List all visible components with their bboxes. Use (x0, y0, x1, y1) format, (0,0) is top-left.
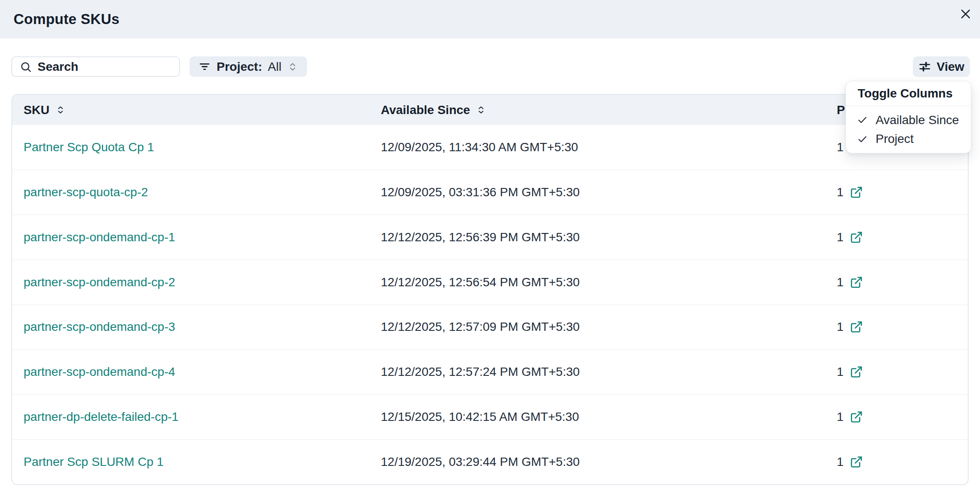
sku-link[interactable]: partner-scp-ondemand-cp-3 (24, 320, 175, 333)
table-row: partner-scp-quota-cp-2 12/09/2025, 03:31… (12, 170, 968, 215)
available-since-cell: 12/09/2025, 03:31:36 PM GMT+5:30 (381, 185, 837, 199)
chevron-up-down-icon (287, 61, 298, 73)
sku-cell: partner-scp-ondemand-cp-1 (12, 230, 381, 244)
sku-link[interactable]: partner-scp-ondemand-cp-1 (24, 230, 175, 244)
sku-cell: partner-dp-delete-failed-cp-1 (12, 410, 381, 424)
title-bar: Compute SKUs (0, 0, 980, 38)
page-title: Compute SKUs (14, 11, 120, 28)
external-link-icon[interactable] (850, 320, 863, 333)
table-row: partner-scp-ondemand-cp-2 12/12/2025, 12… (12, 260, 968, 305)
sku-cell: partner-scp-ondemand-cp-4 (12, 365, 381, 379)
view-button-label: View (937, 60, 964, 74)
external-link-icon[interactable] (850, 231, 863, 244)
project-count: 1 (837, 230, 844, 244)
project-cell: 1 (837, 275, 968, 289)
sku-cell: Partner Scp SLURM Cp 1 (12, 455, 381, 469)
filter-value: All (268, 60, 281, 74)
check-icon (857, 134, 868, 145)
table-row: partner-dp-delete-failed-cp-1 12/15/2025… (12, 394, 968, 439)
project-filter-button[interactable]: Project: All (190, 56, 307, 77)
column-header-label: SKU (24, 103, 49, 117)
table-row: partner-scp-ondemand-cp-3 12/12/2025, 12… (12, 305, 968, 350)
sku-table: SKU Available Since Project Partner Scp … (11, 94, 969, 485)
external-link-icon[interactable] (850, 186, 863, 199)
project-count: 1 (837, 365, 844, 379)
table-row: partner-scp-ondemand-cp-1 12/12/2025, 12… (12, 215, 968, 260)
external-link-icon[interactable] (850, 455, 863, 469)
menu-item-project[interactable]: Project (846, 132, 971, 146)
search-icon (20, 61, 32, 73)
sliders-icon (918, 60, 931, 73)
sku-link[interactable]: partner-scp-ondemand-cp-2 (24, 275, 175, 289)
project-count: 1 (837, 320, 844, 334)
check-icon (857, 115, 868, 125)
project-count: 1 (837, 185, 844, 199)
sku-cell: Partner Scp Quota Cp 1 (12, 140, 381, 154)
search-input[interactable] (38, 57, 207, 76)
available-since-cell: 12/12/2025, 12:57:24 PM GMT+5:30 (381, 365, 837, 379)
available-since-cell: 12/15/2025, 10:42:15 AM GMT+5:30 (381, 410, 837, 424)
external-link-icon[interactable] (850, 410, 863, 424)
close-icon (959, 7, 972, 21)
project-cell: 1 (837, 455, 968, 469)
project-cell: 1 (837, 410, 968, 424)
menu-item-available-since[interactable]: Available Since (846, 113, 971, 127)
project-count: 1 (837, 140, 844, 154)
toggle-columns-popup: Toggle Columns Available Since Project (845, 81, 971, 153)
sort-icon (56, 105, 65, 115)
table-body: Partner Scp Quota Cp 1 12/09/2025, 11:34… (12, 125, 968, 484)
sort-icon (476, 105, 486, 115)
sku-cell: partner-scp-quota-cp-2 (12, 185, 381, 199)
project-count: 1 (837, 410, 844, 424)
column-header-available-since[interactable]: Available Since (381, 103, 837, 117)
project-count: 1 (837, 275, 844, 289)
filter-label: Project: (217, 60, 262, 74)
sku-link[interactable]: partner-scp-quota-cp-2 (24, 185, 148, 199)
external-link-icon[interactable] (850, 276, 863, 289)
available-since-cell: 12/19/2025, 03:29:44 PM GMT+5:30 (381, 455, 837, 469)
popup-title: Toggle Columns (846, 81, 971, 106)
available-since-cell: 12/09/2025, 11:34:30 AM GMT+5:30 (381, 140, 837, 154)
external-link-icon[interactable] (850, 365, 863, 378)
menu-item-label: Project (876, 132, 914, 146)
project-count: 1 (837, 455, 844, 469)
project-cell: 1 (837, 320, 968, 334)
column-header-label: Available Since (381, 103, 470, 117)
close-button[interactable] (957, 5, 974, 23)
table-row: Partner Scp Quota Cp 1 12/09/2025, 11:34… (12, 125, 968, 170)
search-box (11, 56, 180, 77)
project-cell: 1 (837, 230, 968, 244)
menu-item-label: Available Since (876, 113, 959, 127)
filter-icon (198, 60, 211, 73)
table-row: partner-scp-ondemand-cp-4 12/12/2025, 12… (12, 349, 968, 394)
available-since-cell: 12/12/2025, 12:56:54 PM GMT+5:30 (381, 275, 837, 289)
available-since-cell: 12/12/2025, 12:57:09 PM GMT+5:30 (381, 320, 837, 334)
table-header-row: SKU Available Since Project (12, 95, 968, 125)
project-cell: 1 (837, 185, 968, 199)
column-header-sku[interactable]: SKU (12, 103, 381, 117)
table-row: Partner Scp SLURM Cp 1 12/19/2025, 03:29… (12, 439, 968, 484)
sku-cell: partner-scp-ondemand-cp-2 (12, 275, 381, 289)
popup-items: Available Since Project (846, 106, 971, 153)
sku-link[interactable]: Partner Scp SLURM Cp 1 (24, 455, 164, 469)
sku-link[interactable]: partner-dp-delete-failed-cp-1 (24, 410, 179, 424)
sku-link[interactable]: Partner Scp Quota Cp 1 (24, 140, 154, 154)
view-button[interactable]: View (913, 56, 970, 77)
sku-cell: partner-scp-ondemand-cp-3 (12, 320, 381, 334)
available-since-cell: 12/12/2025, 12:56:39 PM GMT+5:30 (381, 230, 837, 244)
sku-link[interactable]: partner-scp-ondemand-cp-4 (24, 365, 175, 378)
project-cell: 1 (837, 365, 968, 379)
